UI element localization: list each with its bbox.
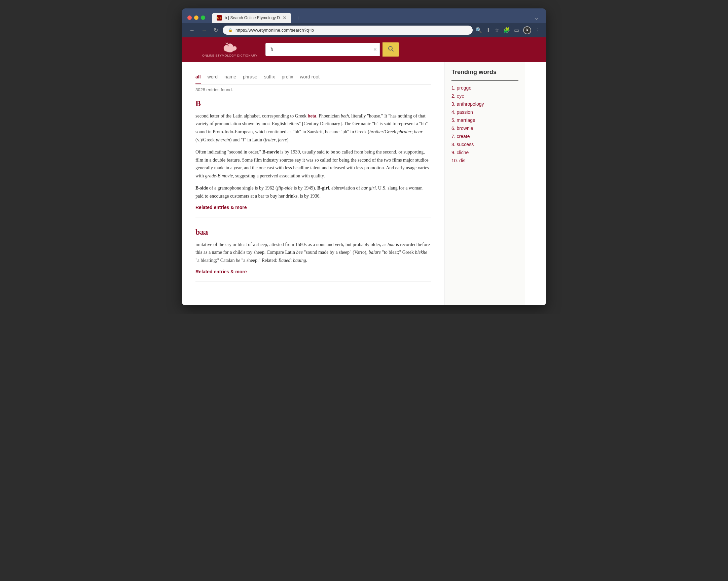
search-clear-icon[interactable]: ✕ [373, 47, 377, 52]
tab-all[interactable]: all [196, 74, 201, 84]
entry-B: B second letter of the Latin alphabet, c… [196, 99, 431, 218]
menu-icon[interactable]: ⋮ [535, 27, 541, 33]
sidebar: Trending words 1. preggo 2. eye 3. anthr… [444, 62, 525, 305]
trending-item-4[interactable]: 4. passion [451, 109, 518, 115]
search-icon [388, 46, 394, 52]
site-header: ONLINE ETYMOLOGY DICTIONARY ✕ [182, 37, 546, 62]
link-beta[interactable]: beta [308, 113, 317, 119]
forward-button[interactable]: → [200, 26, 209, 35]
svg-point-0 [228, 46, 229, 47]
content-area: all word name phrase suffix prefix word … [182, 62, 444, 305]
tab-word-root[interactable]: word root [300, 74, 319, 84]
extensions-icon[interactable]: 🧩 [503, 27, 510, 33]
tab-phrase[interactable]: phrase [243, 74, 257, 84]
tab-prefix[interactable]: prefix [282, 74, 293, 84]
address-bar: ← → ↻ 🔒 https://www.etymonline.com/searc… [182, 23, 546, 37]
trending-title: Trending words [451, 69, 518, 76]
entry-baa: baa imitative of the cry or bleat of a s… [196, 228, 431, 282]
main-layout: all word name phrase suffix prefix word … [182, 62, 546, 305]
trending-item-3[interactable]: 3. anthropology [451, 101, 518, 107]
tab-word[interactable]: word [208, 74, 218, 84]
search-input-wrapper: ✕ [265, 43, 380, 56]
trending-item-7[interactable]: 7. create [451, 134, 518, 139]
traffic-lights [187, 16, 205, 20]
entry-word-B[interactable]: B [196, 99, 431, 108]
tab-suffix[interactable]: suffix [264, 74, 275, 84]
trending-item-1[interactable]: 1. preggo [451, 85, 518, 91]
url-text: https://www.etymonline.com/search?q=b [235, 28, 314, 33]
entry-body-baa: imitative of the cry or bleat of a sheep… [196, 241, 431, 264]
svg-line-2 [392, 50, 394, 51]
bookmark-icon[interactable]: ☆ [495, 27, 499, 33]
site-logo: ONLINE ETYMOLOGY DICTIONARY [202, 42, 257, 58]
entry-para-3: B-side of a gramophone single is by 1962… [196, 184, 431, 200]
logo-dragon-icon [222, 42, 238, 53]
maximize-button[interactable] [201, 16, 205, 20]
search-button[interactable] [383, 43, 399, 56]
browser-window: OE b | Search Online Etymology D ✕ + ⌄ ←… [182, 8, 546, 305]
entry-para-2: Often indicating "second in order." B-mo… [196, 148, 431, 180]
sidebar-toggle-icon[interactable]: ▭ [514, 27, 519, 33]
active-tab[interactable]: OE b | Search Online Etymology D ✕ [212, 13, 291, 23]
share-icon[interactable]: ⬆ [486, 27, 491, 33]
trending-item-5[interactable]: 5. marriage [451, 118, 518, 123]
search-toolbar-icon[interactable]: 🔍 [475, 27, 482, 33]
tab-favicon: OE [217, 15, 222, 21]
tab-menu-icon[interactable]: ⌄ [532, 12, 541, 23]
related-entries-link-baa[interactable]: Related entries & more [196, 269, 247, 274]
trending-divider [451, 80, 518, 81]
lock-icon: 🔒 [228, 28, 233, 32]
entry-word-baa[interactable]: baa [196, 228, 431, 237]
back-button[interactable]: ← [187, 26, 197, 35]
browser-titlebar: OE b | Search Online Etymology D ✕ + ⌄ [182, 8, 546, 23]
profile-button[interactable]: X [523, 26, 531, 34]
trending-item-8[interactable]: 8. success [451, 142, 518, 147]
search-bar-container: ✕ [265, 43, 399, 56]
entry-para-1: second letter of the Latin alphabet, cor… [196, 112, 431, 144]
search-input[interactable] [265, 43, 380, 56]
trending-item-2[interactable]: 2. eye [451, 93, 518, 99]
logo-text: ONLINE ETYMOLOGY DICTIONARY [202, 54, 257, 58]
new-tab-button[interactable]: + [293, 14, 303, 23]
url-bar[interactable]: 🔒 https://www.etymonline.com/search?q=b [223, 26, 473, 35]
toolbar-icons: 🔍 ⬆ ☆ 🧩 ▭ X ⋮ [475, 26, 541, 34]
related-entries-link-B[interactable]: Related entries & more [196, 205, 247, 210]
minimize-button[interactable] [194, 16, 199, 20]
entry-para-baa: imitative of the cry or bleat of a sheep… [196, 241, 431, 264]
tab-name[interactable]: name [225, 74, 236, 84]
page-content: ONLINE ETYMOLOGY DICTIONARY ✕ [182, 37, 546, 305]
filter-tabs: all word name phrase suffix prefix word … [196, 69, 431, 84]
entry-body-B: second letter of the Latin alphabet, cor… [196, 112, 431, 200]
results-count: 3028 entries found. [196, 87, 431, 92]
tab-bar: OE b | Search Online Etymology D ✕ + ⌄ [212, 12, 541, 23]
refresh-button[interactable]: ↻ [212, 26, 220, 35]
tab-title: b | Search Online Etymology D [225, 16, 280, 20]
tab-close-icon[interactable]: ✕ [283, 15, 287, 21]
trending-item-10[interactable]: 10. dis [451, 158, 518, 163]
close-button[interactable] [187, 16, 192, 20]
trending-item-6[interactable]: 6. brownie [451, 126, 518, 131]
trending-item-9[interactable]: 9. cliche [451, 150, 518, 155]
